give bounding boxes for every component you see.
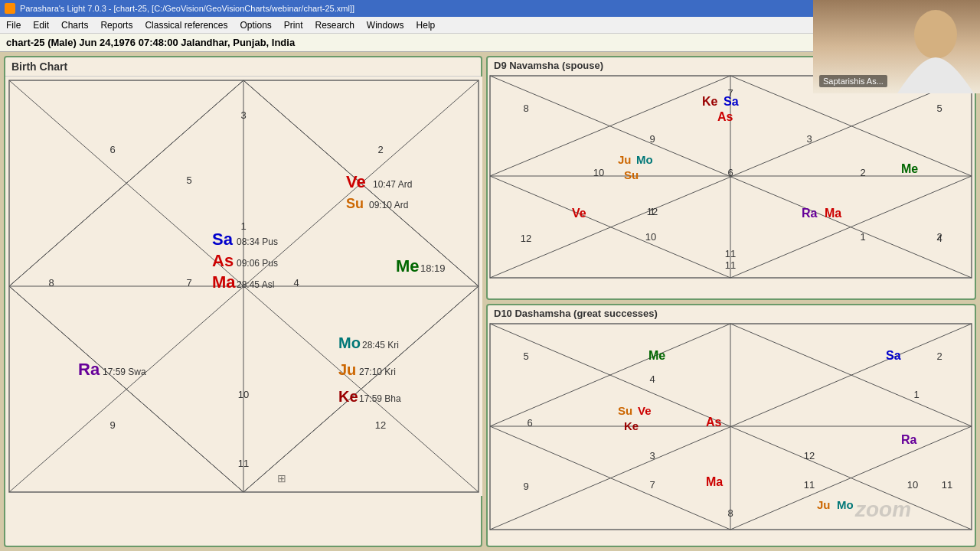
svg-text:2: 2 xyxy=(860,167,865,178)
svg-text:7: 7 xyxy=(186,277,191,289)
svg-text:zoom: zoom xyxy=(854,497,911,521)
svg-text:Su: Su xyxy=(618,404,632,417)
svg-text:Me: Me xyxy=(648,349,665,362)
svg-text:⊞: ⊞ xyxy=(277,472,286,484)
svg-text:1: 1 xyxy=(913,389,919,400)
svg-text:6: 6 xyxy=(527,417,532,429)
svg-text:Sa: Sa xyxy=(724,95,739,108)
svg-text:3: 3 xyxy=(806,133,812,145)
svg-text:7: 7 xyxy=(649,479,655,491)
menu-windows[interactable]: Windows xyxy=(361,18,410,32)
svg-text:10: 10 xyxy=(238,389,249,400)
main-area: Birth Chart xyxy=(0,52,980,551)
video-person: Saptarishis As... xyxy=(813,0,980,93)
d10-chart-svg: Me Sa 5 2 4 1 As Su Ve Ke Ra xyxy=(488,321,974,532)
svg-text:2: 2 xyxy=(377,144,383,155)
svg-text:28:45 Kri: 28:45 Kri xyxy=(362,340,399,350)
svg-text:Ke: Ke xyxy=(624,419,639,432)
svg-text:Ra: Ra xyxy=(78,360,100,379)
svg-text:Ve: Ve xyxy=(638,404,652,417)
svg-text:8: 8 xyxy=(48,277,54,289)
menu-print[interactable]: Print xyxy=(278,18,309,32)
svg-text:Mo: Mo xyxy=(636,153,653,166)
svg-text:4: 4 xyxy=(293,277,299,289)
svg-text:1: 1 xyxy=(860,231,865,243)
right-panel: D9 Navamsha (spouse) 7 8 12 11 4 xyxy=(486,52,980,551)
video-overlay: Saptarishis As... xyxy=(813,0,980,93)
svg-text:09:06 Pus: 09:06 Pus xyxy=(237,258,278,269)
birth-chart-svg: 3 2 12 11 9 8 6 5 xyxy=(5,77,482,496)
svg-text:18:19: 18:19 xyxy=(420,262,446,274)
svg-text:As: As xyxy=(212,251,234,270)
svg-text:4: 4 xyxy=(649,373,655,385)
svg-text:8: 8 xyxy=(727,507,733,519)
svg-text:Ra: Ra xyxy=(802,207,818,220)
svg-text:5: 5 xyxy=(936,103,942,114)
svg-text:Ju: Ju xyxy=(817,498,831,511)
chart-info-text: chart-25 (Male) Jun 24,1976 07:48:00 Jal… xyxy=(6,37,295,48)
menu-classical[interactable]: Classical references xyxy=(139,18,234,32)
svg-text:Ju: Ju xyxy=(618,153,632,166)
svg-text:Ma: Ma xyxy=(212,272,236,292)
svg-text:1: 1 xyxy=(649,206,655,217)
menu-edit[interactable]: Edit xyxy=(27,18,55,32)
svg-text:As: As xyxy=(717,110,733,123)
svg-text:Sa: Sa xyxy=(886,349,901,362)
svg-text:Su: Su xyxy=(624,168,639,181)
svg-text:9: 9 xyxy=(109,419,115,431)
svg-text:3: 3 xyxy=(240,109,246,121)
birth-chart-container: Birth Chart xyxy=(4,56,482,547)
svg-text:2: 2 xyxy=(936,231,942,243)
svg-text:11: 11 xyxy=(804,479,815,491)
birth-chart-title: Birth Chart xyxy=(5,57,481,77)
svg-text:Mo: Mo xyxy=(338,334,361,351)
svg-text:17:59 Bha: 17:59 Bha xyxy=(359,393,401,404)
svg-text:Sa: Sa xyxy=(212,230,234,249)
app-icon xyxy=(5,3,15,14)
svg-text:10:47 Ard: 10:47 Ard xyxy=(373,179,412,190)
svg-text:12: 12 xyxy=(375,419,386,431)
svg-text:Ve: Ve xyxy=(346,172,366,191)
svg-text:Ke: Ke xyxy=(338,388,358,405)
menu-help[interactable]: Help xyxy=(410,18,442,32)
svg-text:2: 2 xyxy=(936,350,942,362)
svg-text:08:34 Pus: 08:34 Pus xyxy=(237,236,278,247)
title-text: Parashara's Light 7.0.3 - [chart-25, [C:… xyxy=(20,4,354,13)
svg-text:11: 11 xyxy=(725,259,736,271)
menu-charts[interactable]: Charts xyxy=(55,18,94,32)
svg-text:Ju: Ju xyxy=(338,361,356,378)
video-label: Saptarishis As... xyxy=(819,75,887,87)
birth-chart-canvas: 3 2 12 11 9 8 6 5 xyxy=(5,77,482,496)
svg-text:9: 9 xyxy=(649,133,655,145)
svg-text:5: 5 xyxy=(523,350,528,362)
d9-chart-svg: 7 8 12 11 4 5 9 3 12 10 2 6 1 Ke Sa As xyxy=(488,73,974,280)
svg-text:Ke: Ke xyxy=(702,95,718,108)
menu-reports[interactable]: Reports xyxy=(94,18,139,32)
svg-text:Ma: Ma xyxy=(825,207,841,220)
menu-options[interactable]: Options xyxy=(234,18,277,32)
svg-text:Su: Su xyxy=(346,196,364,211)
svg-point-122 xyxy=(914,10,957,59)
svg-text:11: 11 xyxy=(942,479,952,491)
svg-text:10: 10 xyxy=(593,167,604,178)
svg-text:11: 11 xyxy=(238,458,249,469)
svg-text:Ra: Ra xyxy=(901,433,917,446)
svg-text:09:10 Ard: 09:10 Ard xyxy=(369,200,408,210)
svg-text:Ve: Ve xyxy=(572,207,586,220)
d10-chart-title: D10 Dashamsha (great successes) xyxy=(488,305,975,321)
svg-text:12: 12 xyxy=(804,450,815,461)
svg-text:12: 12 xyxy=(521,233,531,244)
svg-text:9: 9 xyxy=(523,481,528,492)
svg-text:Ma: Ma xyxy=(706,475,723,488)
svg-text:5: 5 xyxy=(186,174,191,186)
svg-text:Me: Me xyxy=(901,162,918,175)
menu-research[interactable]: Research xyxy=(309,18,361,32)
svg-text:6: 6 xyxy=(109,144,115,155)
svg-text:8: 8 xyxy=(523,103,528,114)
svg-text:17:59 Swa: 17:59 Swa xyxy=(103,367,146,377)
svg-text:6: 6 xyxy=(727,167,733,178)
svg-text:3: 3 xyxy=(649,450,655,461)
svg-text:28:45 Asl: 28:45 Asl xyxy=(237,279,274,290)
svg-text:1: 1 xyxy=(240,220,246,232)
menu-file[interactable]: File xyxy=(0,18,27,32)
